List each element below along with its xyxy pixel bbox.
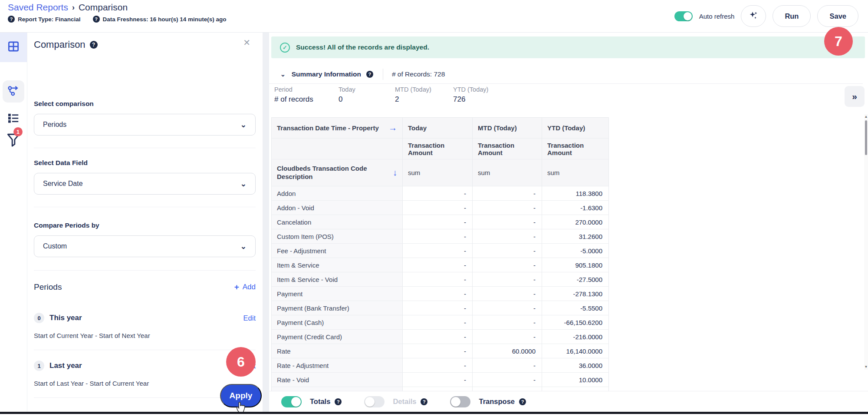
row-label: Item & Service [272,258,403,272]
scrollbar-thumb[interactable] [865,120,867,155]
period-index-badge: 1 [34,361,44,371]
scroll-down-icon[interactable]: ▼ [864,365,868,369]
period-item: 1Last yearEdit [34,361,256,371]
help-icon[interactable]: ? [8,16,15,23]
measure-header: Transaction Amount [403,139,473,159]
agg-header: sum [473,159,542,186]
expand-panel-button[interactable]: » [845,86,865,107]
details-toggle[interactable] [364,396,385,407]
add-period-button[interactable]: + Add [234,282,256,292]
period-item: 0This yearEdit [34,313,256,323]
auto-refresh-toggle[interactable] [674,11,693,21]
table-row: Addon--118.3800 [272,186,608,201]
cell-value: -66,150.6200 [542,315,608,330]
summary-values-row: Period# of recordsToday0MTD (Today)2YTD … [274,86,500,104]
help-icon[interactable]: ? [335,398,342,405]
summary-column-label: Today [339,86,383,93]
table-row: Item & Service - Void---27.5000 [272,272,608,287]
cell-value: - [403,272,473,287]
bottom-divider-bar [0,412,868,414]
run-button[interactable]: Run [773,5,811,27]
collapse-chevron-icon[interactable]: ⌄ [280,71,286,78]
cell-value: - [403,229,473,244]
summary-column-value: 2 [395,95,441,104]
table-agg-row: Cloudbeds Transaction Code Description↓s… [272,159,608,186]
table-measure-row: Transaction AmountTransaction AmountTran… [272,139,608,159]
agg-header: sum [403,159,473,186]
period-edit-link[interactable]: Edit [243,314,256,322]
compare-periods-by-value: Custom [43,242,67,250]
table-row: Payment (Credit Card)---216.0000 [272,330,608,344]
vertical-scrollbar[interactable]: ▲ ▼ [864,114,868,370]
compare-periods-by-select[interactable]: Custom ⌄ [34,235,256,257]
panel-title-text: Comparison [34,39,85,50]
cell-value: - [403,373,473,387]
help-icon[interactable]: ? [93,16,100,23]
divider [34,350,256,350]
cell-value: - [473,229,542,244]
table-options-bar: Totals?Details?Transpose? [269,391,868,412]
cell-value: 10.0000 [542,373,608,387]
transpose-toggle[interactable] [450,396,470,407]
sidebar-item-table[interactable] [0,32,27,62]
data-freshness-label: Data Freshness: 16 hour(s) 14 minute(s) … [103,16,227,23]
help-icon[interactable]: ? [90,41,98,49]
plus-icon: + [234,282,239,292]
column-header[interactable]: MTD (Today) [473,118,542,139]
measure-header: Transaction Amount [473,139,542,159]
data-field-select-value: Service Date [43,180,83,188]
step-badge-7: 7 [824,27,853,56]
divider [34,207,256,207]
cell-value: 36.0000 [542,358,608,373]
ai-sparkle-button[interactable] [741,5,766,27]
column-header[interactable]: YTD (Today) [542,118,608,139]
summary-column-label: Period [274,86,326,93]
totals-toggle[interactable] [281,396,302,407]
divider [34,270,256,271]
table-row: Custom Item (POS)--31.2600 [272,229,608,244]
cell-value: 60.0000 [473,344,542,358]
period-name: Last year [49,361,238,370]
row-label: Payment (Credit Card) [272,330,403,344]
toggle-label: Details [393,397,416,406]
scroll-up-icon[interactable]: ▲ [864,115,868,119]
cell-value: - [473,186,542,201]
pivot-table: Transaction Date Time - Property→TodayMT… [271,117,609,392]
column-group-header[interactable]: Transaction Date Time - Property→ [272,118,403,139]
arrow-down-icon: ↓ [393,167,397,178]
period-index-badge: 0 [34,313,44,323]
breadcrumb-saved-reports-link[interactable]: Saved Reports [8,2,68,13]
data-field-select[interactable]: Service Date ⌄ [34,173,256,195]
sidebar-item-flow[interactable] [3,80,24,103]
success-banner: ✓ Success! All of the records are displa… [271,36,865,58]
table-row: Item & Service--905.1800 [272,258,608,272]
step-badge-6: 6 [226,347,256,377]
add-period-label: Add [243,283,256,291]
close-icon[interactable]: ✕ [243,37,250,48]
cell-value: -5.0000 [542,244,608,258]
table-row: Payment (Cash)---66,150.6200 [272,315,608,330]
comparison-select[interactable]: Periods ⌄ [34,114,256,136]
table-row: Payment (Bank Transfer)---5.5500 [272,301,608,315]
row-group-header[interactable]: Cloudbeds Transaction Code Description↓ [272,159,403,186]
periods-list: 0This yearEditStart of Current Year - St… [34,302,256,398]
help-icon[interactable]: ? [366,71,373,78]
cell-value: - [403,301,473,315]
cell-value: - [403,358,473,373]
help-icon[interactable]: ? [421,398,427,405]
column-header[interactable]: Today [403,118,473,139]
summary-column: Today0 [339,86,383,104]
column-group-label: Transaction Date Time - Property [277,124,379,132]
cell-value: - [473,330,542,344]
table-grid-icon [7,40,20,55]
comparison-select-value: Periods [43,121,66,129]
summary-column-label: YTD (Today) [453,86,488,93]
row-label: Payment [272,287,403,301]
row-label: Rate - Adjustment [272,358,403,373]
save-button[interactable]: Save [817,5,858,27]
sidebar-item-list[interactable] [0,112,27,126]
help-icon[interactable]: ? [519,398,526,405]
cell-value: - [403,244,473,258]
cell-value: - [403,201,473,215]
cell-value: - [473,373,542,387]
